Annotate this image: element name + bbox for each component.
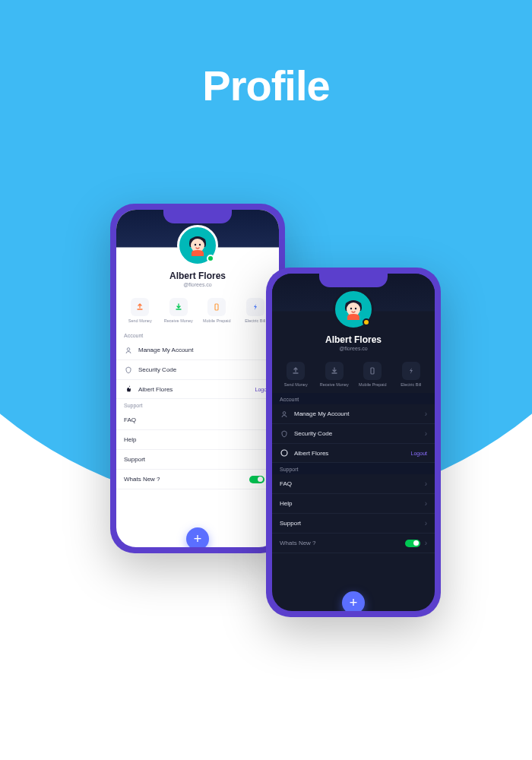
mobile-prepaid-button[interactable]: Mobile Prepaid <box>198 298 236 323</box>
send-money-button[interactable]: Send Money <box>121 298 160 323</box>
chevron-right-icon: › <box>425 519 427 527</box>
bolt-icon <box>251 302 260 312</box>
avatar[interactable] <box>333 289 374 330</box>
electric-bill-button[interactable]: Electric Bill <box>392 362 431 387</box>
apple-account-row[interactable]: Albert FloresLogout <box>116 380 279 399</box>
faq-row[interactable]: FAQ› <box>272 474 435 494</box>
quick-actions: Send Money Receive Money Mobile Prepaid … <box>116 293 279 329</box>
svg-rect-4 <box>215 304 218 310</box>
fab-add-button[interactable]: + <box>342 591 365 611</box>
phone-notch <box>319 274 388 287</box>
apple-account-row[interactable]: Albert FloresLogout <box>272 444 435 463</box>
person-icon <box>124 347 133 354</box>
svg-point-5 <box>127 347 130 350</box>
svg-point-3 <box>199 244 201 245</box>
user-handle: @florees.co <box>272 346 435 351</box>
status-indicator <box>207 255 214 262</box>
chevron-right-icon: › <box>425 480 427 488</box>
logout-link[interactable]: Logout <box>411 451 427 456</box>
phone-notch <box>163 210 232 223</box>
svg-point-8 <box>350 308 352 309</box>
manage-account-row[interactable]: Manage My Account› <box>272 404 435 424</box>
page-title: Profile <box>0 61 532 110</box>
whats-new-row[interactable]: Whats New ?› <box>272 534 435 553</box>
person-icon <box>280 410 289 418</box>
toggle-switch[interactable] <box>249 476 264 483</box>
chevron-right-icon: › <box>425 410 427 418</box>
security-code-row[interactable]: Security Code› <box>272 424 435 444</box>
avatar[interactable] <box>177 225 218 266</box>
help-row[interactable]: Help› <box>116 430 279 450</box>
chevron-right-icon: › <box>425 499 427 508</box>
apple-icon <box>280 449 289 457</box>
send-money-button[interactable]: Send Money <box>277 362 315 387</box>
support-row[interactable]: Support› <box>272 514 435 534</box>
quick-actions: Send Money Receive Money Mobile Prepaid … <box>272 357 435 393</box>
svg-point-2 <box>195 244 196 245</box>
svg-point-12 <box>281 450 287 456</box>
user-name: Albert Flores <box>272 334 435 345</box>
download-icon <box>330 366 339 375</box>
whats-new-row[interactable]: Whats New ?› <box>116 470 279 489</box>
manage-account-row[interactable]: Manage My Account› <box>116 340 279 360</box>
receive-money-button[interactable]: Receive Money <box>315 362 354 387</box>
faq-row[interactable]: FAQ› <box>116 410 279 430</box>
chevron-right-icon: › <box>425 429 427 438</box>
shield-icon <box>124 366 133 374</box>
svg-point-9 <box>355 308 356 309</box>
help-row[interactable]: Help› <box>272 494 435 514</box>
phone-icon <box>212 302 221 312</box>
shield-icon <box>280 430 289 438</box>
support-row[interactable]: Support› <box>116 450 279 470</box>
svg-point-11 <box>283 411 286 414</box>
upload-icon <box>135 302 144 312</box>
bolt-icon <box>407 366 416 375</box>
upload-icon <box>291 366 300 375</box>
apple-icon <box>124 385 133 393</box>
user-handle: @florees.co <box>116 282 279 287</box>
chevron-right-icon: › <box>425 539 427 547</box>
toggle-switch[interactable] <box>405 540 420 547</box>
user-name: Albert Flores <box>116 271 279 281</box>
section-account: Account <box>272 393 435 404</box>
section-support: Support <box>272 463 435 474</box>
status-indicator <box>363 318 370 326</box>
phone-mockup-light: Albert Flores @florees.co Send Money Rec… <box>110 204 285 553</box>
security-code-row[interactable]: Security Code› <box>116 360 279 380</box>
download-icon <box>174 302 183 312</box>
section-account: Account <box>116 329 279 340</box>
fab-add-button[interactable]: + <box>186 527 209 547</box>
phone-mockup-dark: Albert Flores @florees.co Send Money Rec… <box>266 268 441 617</box>
section-support: Support <box>116 399 279 410</box>
svg-rect-10 <box>371 368 374 374</box>
receive-money-button[interactable]: Receive Money <box>160 298 198 323</box>
mobile-prepaid-button[interactable]: Mobile Prepaid <box>353 362 392 387</box>
phone-icon <box>368 366 377 375</box>
